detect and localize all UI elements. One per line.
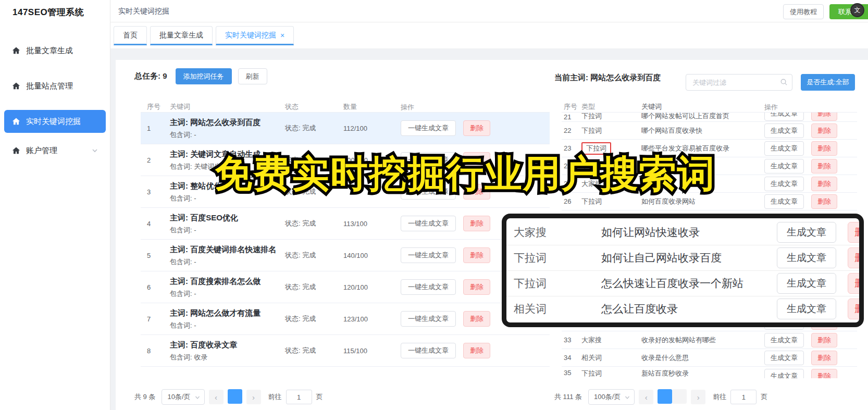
delete-button[interactable]: 删除 [811, 123, 837, 138]
keyword-cell: 主词: 网站怎么收录到百度 包含词: - [162, 117, 279, 140]
main-keyword: 主词: 百度SEO优化 [170, 212, 279, 223]
type-cell: 下拉词 [514, 251, 601, 265]
tutorial-button[interactable]: 使用教程 [783, 4, 824, 19]
next-page-button[interactable]: › [246, 390, 261, 404]
delete-button[interactable]: 删除 [463, 343, 490, 358]
sidebar-item[interactable]: 账户管理 [4, 139, 106, 162]
column-header-no: 序号 [141, 102, 162, 112]
page-button[interactable] [672, 389, 687, 404]
delete-button[interactable]: 删除 [811, 159, 837, 173]
keyword-cell: 怎么快速让百度收录一个新站 [601, 276, 777, 291]
generate-article-button[interactable]: 生成文章 [764, 351, 804, 365]
home-icon [11, 81, 21, 91]
tab[interactable]: 实时关键词挖掘 × [216, 26, 294, 45]
keyword-cell: 如何让自己网站收录百度 [601, 251, 777, 265]
delete-button[interactable]: 删除 [463, 311, 490, 327]
page-button[interactable] [658, 389, 672, 404]
generate-article-button[interactable]: 生成文章 [764, 369, 804, 378]
keyword-filter [686, 74, 792, 91]
generate-article-button[interactable]: 生成文章 [777, 222, 836, 243]
goto-page-input[interactable] [730, 390, 757, 404]
prev-page-button[interactable]: ‹ [209, 390, 224, 404]
table-row: 35 下拉词 新站百度秒收录 生成文章 删除 [562, 367, 857, 378]
tab[interactable]: 首页 × [114, 26, 147, 45]
generate-article-button[interactable]: 一键生成文章 [401, 311, 456, 327]
generate-article-button[interactable]: 生成文章 [764, 333, 804, 347]
included-words: 包含词: - [170, 130, 279, 140]
add-task-button[interactable]: 添加挖词任务 [176, 68, 232, 84]
inset-row: 下拉词 怎么快速让百度收录一个新站 生成文章 删除 [506, 270, 859, 296]
column-header-qty: 数量 [337, 102, 394, 112]
delete-button[interactable]: 删除 [848, 299, 864, 319]
sidebar-item[interactable]: 批量站点管理 [4, 74, 106, 97]
next-page-button[interactable]: › [691, 390, 705, 404]
page-size-select[interactable]: 100条/页 [588, 389, 635, 405]
page-buttons [228, 389, 242, 405]
home-icon [11, 146, 21, 155]
qty-cell: 120/100 [337, 283, 394, 291]
table-row: 5 主词: 百度关键词排名快速排名 包含词: - 状态: 完成 140/100 … [141, 240, 550, 271]
table-row: 21 下拉词 哪个网站发帖可以上百度首页 生成文章 删除 [562, 113, 857, 122]
delete-button[interactable]: 删除 [463, 216, 490, 231]
delete-button[interactable]: 删除 [811, 177, 837, 191]
refresh-button[interactable]: 刷新 [238, 68, 267, 84]
delete-button[interactable]: 删除 [811, 369, 837, 378]
generate-article-button[interactable]: 生成文章 [764, 123, 804, 138]
delete-button[interactable]: 删除 [848, 273, 864, 294]
translate-extension-icon[interactable]: 文 [850, 3, 864, 17]
close-icon[interactable]: × [280, 31, 284, 40]
delete-button[interactable]: 删除 [463, 247, 490, 263]
delete-button[interactable]: 删除 [848, 222, 864, 243]
row-number: 7 [141, 315, 162, 323]
page-unit-label: 页 [316, 392, 323, 402]
generate-article-button[interactable]: 生成文章 [764, 194, 804, 209]
generate-article-button[interactable]: 生成文章 [764, 159, 804, 173]
table-row: 33 大家搜 收录好的发帖网站有哪些 生成文章 删除 [562, 331, 857, 349]
generate-article-button[interactable]: 生成文章 [764, 113, 804, 121]
delete-button[interactable]: 删除 [811, 333, 837, 347]
generate-article-button[interactable]: 生成文章 [764, 141, 804, 156]
delete-button[interactable]: 删除 [811, 194, 837, 209]
generate-article-button[interactable]: 一键生成文章 [401, 343, 456, 358]
delete-button[interactable]: 删除 [811, 113, 837, 121]
generate-article-button[interactable]: 生成文章 [777, 299, 836, 319]
tabbar: 首页 × 批量文章生成 × 实时关键词挖掘 × [110, 22, 868, 49]
prev-page-button[interactable]: ‹ [639, 390, 653, 404]
keyword-cell: 收录好的发帖网站有哪些 [641, 336, 764, 345]
row-number: 6 [141, 283, 162, 291]
delete-button[interactable]: 删除 [848, 247, 864, 268]
generate-article-button[interactable]: 生成文章 [764, 177, 804, 191]
keywords-table-body-bottom: 33 大家搜 收录好的发帖网站有哪些 生成文章 删除 34 相关词 收录是什么意… [562, 331, 857, 378]
status-cell: 状态: 完成 [279, 314, 337, 324]
generate-article-button[interactable]: 一键生成文章 [401, 216, 456, 231]
delete-button[interactable]: 删除 [463, 279, 490, 295]
generate-all-button[interactable]: 是否生成:全部 [801, 74, 855, 91]
generate-article-button[interactable]: 一键生成文章 [401, 279, 456, 295]
tasks-table: 序号 关键词 状态 数量 操作 1 主词: 网站怎么收录到百度 包含词: - 状… [141, 102, 550, 367]
tab[interactable]: 批量文章生成 × [150, 26, 213, 45]
right-pagination: 共 111 条 100条/页 ‹ › 前往 页 [554, 389, 767, 405]
sidebar-item[interactable]: 实时关键词挖掘 [4, 110, 106, 133]
page-button[interactable] [228, 389, 242, 404]
generate-article-button[interactable]: 一键生成文章 [401, 247, 456, 263]
generate-article-button[interactable]: 一键生成文章 [401, 120, 456, 136]
table-row: 4 主词: 百度SEO优化 包含词: - 状态: 完成 113/100 一键生成… [141, 208, 550, 240]
goto-label: 前往 [268, 392, 282, 402]
row-number: 33 [562, 336, 581, 344]
sidebar-item[interactable]: 批量文章生成 [4, 39, 106, 62]
ops-cell: 生成文章 删除 [764, 141, 857, 156]
goto-label: 前往 [713, 392, 726, 402]
generate-article-button[interactable]: 生成文章 [777, 273, 836, 294]
total-count: 共 9 条 [134, 392, 155, 402]
page-size-select[interactable]: 10条/页 [162, 389, 204, 405]
goto-page-input[interactable] [286, 390, 312, 404]
keyword-cell: 如何让网站快速收录 [601, 225, 777, 240]
delete-button[interactable]: 删除 [811, 351, 837, 365]
generate-article-button[interactable]: 生成文章 [777, 247, 836, 268]
keyword-filter-input[interactable] [686, 74, 792, 91]
delete-button[interactable]: 删除 [811, 141, 837, 156]
ops-cell: 一键生成文章 删除 [394, 120, 550, 136]
type-cell: 下拉词 [514, 276, 601, 291]
delete-button[interactable]: 删除 [463, 120, 490, 136]
type-cell: 相关词 [581, 353, 641, 363]
